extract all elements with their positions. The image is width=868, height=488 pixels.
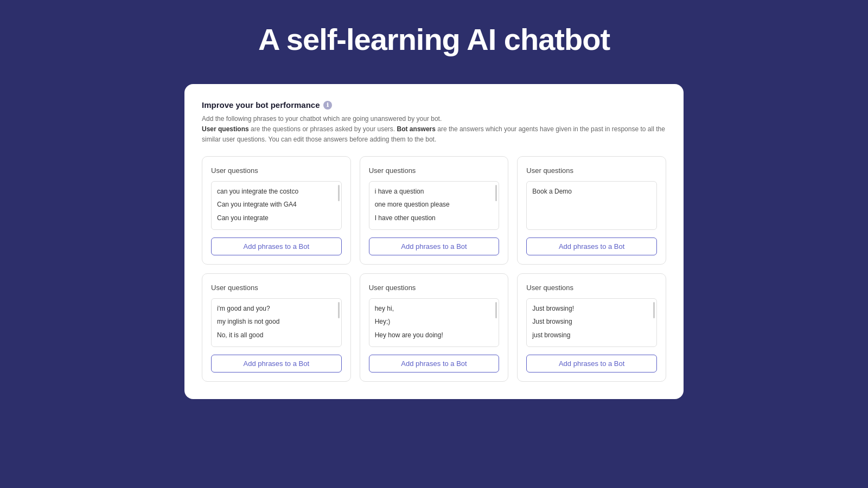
- question-card-title-1: User questions: [211, 166, 342, 175]
- phrase-item: hey hi,: [374, 302, 495, 316]
- phrase-item: i have a question: [374, 185, 495, 198]
- info-icon[interactable]: ℹ: [323, 101, 332, 110]
- question-card-title-6: User questions: [526, 284, 657, 292]
- questions-grid: User questionscan you integrate the cost…: [202, 156, 666, 382]
- scrollbar-indicator: [495, 185, 497, 201]
- phrase-item: Can you integrate: [216, 211, 337, 225]
- phrase-item: just browsing: [531, 329, 652, 342]
- phrase-item: Just browsing!: [531, 302, 652, 316]
- phrase-item: No, it is all good: [216, 329, 337, 342]
- card-header: Improve your bot performance ℹ: [202, 100, 666, 110]
- card-header-text: Improve your bot performance: [202, 100, 320, 110]
- phrases-list-6: Just browsing!Just browsingjust browsing: [526, 298, 657, 347]
- add-phrases-button-5[interactable]: Add phrases to a Bot: [369, 355, 500, 373]
- question-card-2: User questionsi have a questionone more …: [360, 156, 509, 265]
- question-card-5: User questionshey hi,Hey;)Hey how are yo…: [360, 273, 509, 382]
- desc-bot-answers: Bot answers: [397, 125, 436, 133]
- desc-user-questions: User questions: [202, 125, 249, 133]
- phrases-list-4: i'm good and you?my inglish is not goodN…: [211, 298, 342, 347]
- question-card-title-2: User questions: [369, 166, 500, 175]
- question-card-title-3: User questions: [526, 166, 657, 175]
- question-card-1: User questionscan you integrate the cost…: [202, 156, 351, 265]
- add-phrases-button-3[interactable]: Add phrases to a Bot: [526, 237, 657, 255]
- phrase-item: one more question please: [374, 198, 495, 211]
- desc-part1: Add the following phrases to your chatbo…: [202, 115, 442, 123]
- question-card-title-5: User questions: [369, 284, 500, 292]
- question-card-4: User questionsi'm good and you?my inglis…: [202, 273, 351, 382]
- card-description: Add the following phrases to your chatbo…: [202, 114, 666, 145]
- phrase-item: can you integrate the costco: [216, 185, 337, 198]
- scrollbar-indicator: [338, 185, 340, 201]
- add-phrases-button-6[interactable]: Add phrases to a Bot: [526, 355, 657, 373]
- add-phrases-button-2[interactable]: Add phrases to a Bot: [369, 237, 500, 255]
- scrollbar-indicator: [338, 302, 340, 318]
- phrase-item: Hey how are you doing!: [374, 329, 495, 342]
- phrase-item: Hey;): [374, 315, 495, 329]
- phrase-item: Can you integrate with GA4: [216, 198, 337, 211]
- phrase-item: i'm good and you?: [216, 302, 337, 316]
- question-card-3: User questionsBook a DemoAdd phrases to …: [517, 156, 666, 265]
- phrases-list-3: Book a Demo: [526, 181, 657, 230]
- add-phrases-button-4[interactable]: Add phrases to a Bot: [211, 355, 342, 373]
- phrases-list-1: can you integrate the costcoCan you inte…: [211, 181, 342, 230]
- question-card-title-4: User questions: [211, 284, 342, 292]
- phrase-item: I have other question: [374, 211, 495, 225]
- scrollbar-indicator: [495, 302, 497, 318]
- desc-middle: are the questions or phrases asked by yo…: [251, 125, 395, 133]
- add-phrases-button-1[interactable]: Add phrases to a Bot: [211, 237, 342, 255]
- question-card-6: User questionsJust browsing!Just browsin…: [517, 273, 666, 382]
- phrase-item: my inglish is not good: [216, 315, 337, 329]
- phrase-item: Book a Demo: [531, 185, 652, 198]
- main-card: Improve your bot performance ℹ Add the f…: [184, 84, 684, 399]
- page-title: A self-learning AI chatbot: [258, 22, 610, 57]
- scrollbar-indicator: [653, 302, 655, 318]
- phrases-list-2: i have a questionone more question pleas…: [369, 181, 500, 230]
- phrases-list-5: hey hi,Hey;)Hey how are you doing!: [369, 298, 500, 347]
- phrase-item: Just browsing: [531, 315, 652, 329]
